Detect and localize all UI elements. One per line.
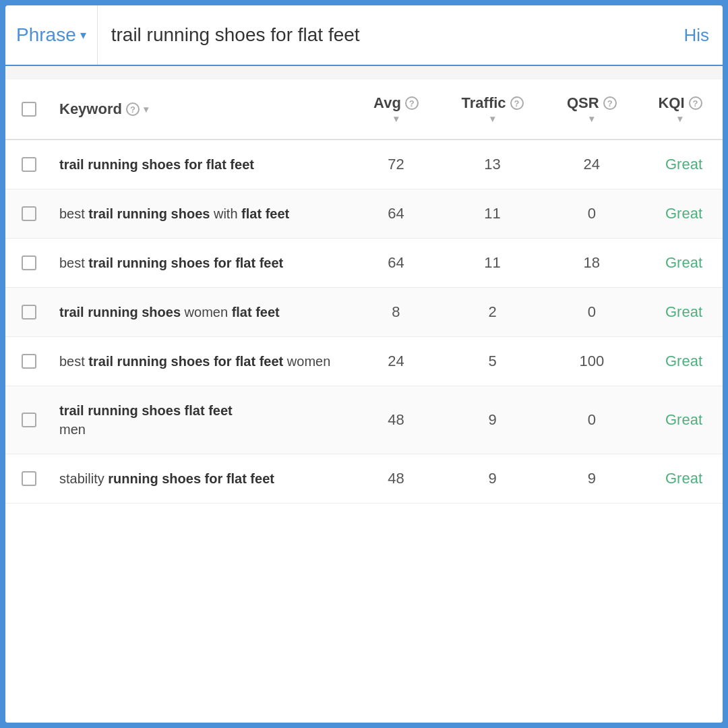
qsr-cell-3: 18 <box>546 239 638 288</box>
kqi-cell-6: Great <box>638 386 723 454</box>
kqi-cell-2: Great <box>638 189 723 239</box>
qsr-cell-4: 0 <box>546 288 638 337</box>
kqi-cell-7: Great <box>638 454 723 504</box>
row-checkbox-cell-3 <box>5 239 46 288</box>
avg-cell-3: 64 <box>353 239 439 288</box>
phrase-label: Phrase <box>16 24 76 46</box>
search-input[interactable] <box>111 24 657 46</box>
spacer <box>5 66 723 80</box>
main-content: Keyword ? ▾ Avg ? ▾ <box>5 80 723 723</box>
row-checkbox-2[interactable] <box>22 206 36 221</box>
traffic-cell-4: 2 <box>439 288 545 337</box>
row-checkbox-cell-5 <box>5 337 46 386</box>
row-checkbox-cell-4 <box>5 288 46 337</box>
kqi-cell-5: Great <box>638 337 723 386</box>
traffic-cell-1: 13 <box>439 140 545 189</box>
chevron-down-icon: ▾ <box>80 28 86 42</box>
table-row: best trail running shoes with flat feet … <box>5 189 723 239</box>
traffic-cell-5: 5 <box>439 337 545 386</box>
table-row: best trail running shoes for flat feet w… <box>5 337 723 386</box>
traffic-cell-2: 11 <box>439 189 545 239</box>
avg-cell-7: 48 <box>353 454 439 504</box>
keyword-cell-5: best trail running shoes for flat feet w… <box>46 337 353 386</box>
table-header-row: Keyword ? ▾ Avg ? ▾ <box>5 80 723 140</box>
kqi-cell-1: Great <box>638 140 723 189</box>
select-all-checkbox[interactable] <box>22 102 36 117</box>
keyword-info-icon[interactable]: ? <box>126 102 140 116</box>
row-checkbox-6[interactable] <box>22 413 36 427</box>
row-checkbox-cell-6 <box>5 386 46 454</box>
row-checkbox-7[interactable] <box>22 471 36 486</box>
qsr-cell-7: 9 <box>546 454 638 504</box>
keyword-cell-7: stability running shoes for flat feet <box>46 454 353 504</box>
qsr-cell-5: 100 <box>546 337 638 386</box>
search-input-area <box>98 5 671 65</box>
avg-cell-6: 48 <box>353 386 439 454</box>
qsr-col-label: QSR <box>567 94 599 112</box>
keyword-sort-icon[interactable]: ▾ <box>144 104 148 115</box>
traffic-col-label: Traffic <box>462 94 506 112</box>
row-checkbox-cell-1 <box>5 140 46 189</box>
keyword-cell-2: best trail running shoes with flat feet <box>46 189 353 239</box>
traffic-sort-icon[interactable]: ▾ <box>490 113 495 124</box>
traffic-cell-3: 11 <box>439 239 545 288</box>
row-checkbox-4[interactable] <box>22 305 36 320</box>
keyword-cell-3: best trail running shoes for flat feet <box>46 239 353 288</box>
avg-cell-1: 72 <box>353 140 439 189</box>
qsr-cell-2: 0 <box>546 189 638 239</box>
row-checkbox-5[interactable] <box>22 354 36 369</box>
traffic-cell-7: 9 <box>439 454 545 504</box>
qsr-sort-icon[interactable]: ▾ <box>589 113 594 124</box>
col-header-keyword: Keyword ? ▾ <box>46 80 353 140</box>
row-checkbox-cell-7 <box>5 454 46 504</box>
keyword-cell-6: trail running shoes flat feetmen <box>46 386 353 454</box>
qsr-cell-1: 24 <box>546 140 638 189</box>
table-row: trail running shoes for flat feet 72 13 … <box>5 140 723 189</box>
qsr-info-icon[interactable]: ? <box>603 96 617 110</box>
table-row: trail running shoes women flat feet 8 2 … <box>5 288 723 337</box>
qsr-cell-6: 0 <box>546 386 638 454</box>
top-bar: Phrase ▾ His <box>5 5 723 66</box>
row-checkbox-3[interactable] <box>22 255 36 270</box>
avg-info-icon[interactable]: ? <box>405 96 419 110</box>
phrase-dropdown[interactable]: Phrase ▾ <box>5 5 98 65</box>
history-button[interactable]: His <box>670 5 723 65</box>
table-row: stability running shoes for flat feet 48… <box>5 454 723 504</box>
row-checkbox-1[interactable] <box>22 157 36 172</box>
kqi-cell-3: Great <box>638 239 723 288</box>
keyword-cell-4: trail running shoes women flat feet <box>46 288 353 337</box>
avg-cell-5: 24 <box>353 337 439 386</box>
keyword-col-label: Keyword <box>59 100 122 118</box>
traffic-info-icon[interactable]: ? <box>510 96 524 110</box>
avg-col-label: Avg <box>373 94 401 112</box>
col-header-qsr: QSR ? ▾ <box>546 80 638 140</box>
avg-sort-icon[interactable]: ▾ <box>394 113 398 124</box>
kqi-col-label: KQI <box>658 94 684 112</box>
app-container: Phrase ▾ His Keyword <box>5 5 723 723</box>
table-row: trail running shoes flat feetmen 48 9 0 … <box>5 386 723 454</box>
keywords-table: Keyword ? ▾ Avg ? ▾ <box>5 80 723 504</box>
avg-cell-4: 8 <box>353 288 439 337</box>
traffic-cell-6: 9 <box>439 386 545 454</box>
kqi-cell-4: Great <box>638 288 723 337</box>
col-header-traffic: Traffic ? ▾ <box>439 80 545 140</box>
col-header-avg: Avg ? ▾ <box>353 80 439 140</box>
avg-cell-2: 64 <box>353 189 439 239</box>
select-all-cell <box>5 80 46 140</box>
keyword-cell-1: trail running shoes for flat feet <box>46 140 353 189</box>
kqi-sort-icon[interactable]: ▾ <box>677 113 682 124</box>
row-checkbox-cell-2 <box>5 189 46 239</box>
table-row: best trail running shoes for flat feet 6… <box>5 239 723 288</box>
table-container: Keyword ? ▾ Avg ? ▾ <box>5 80 723 723</box>
kqi-info-icon[interactable]: ? <box>689 96 702 110</box>
col-header-kqi: KQI ? ▾ <box>638 80 723 140</box>
